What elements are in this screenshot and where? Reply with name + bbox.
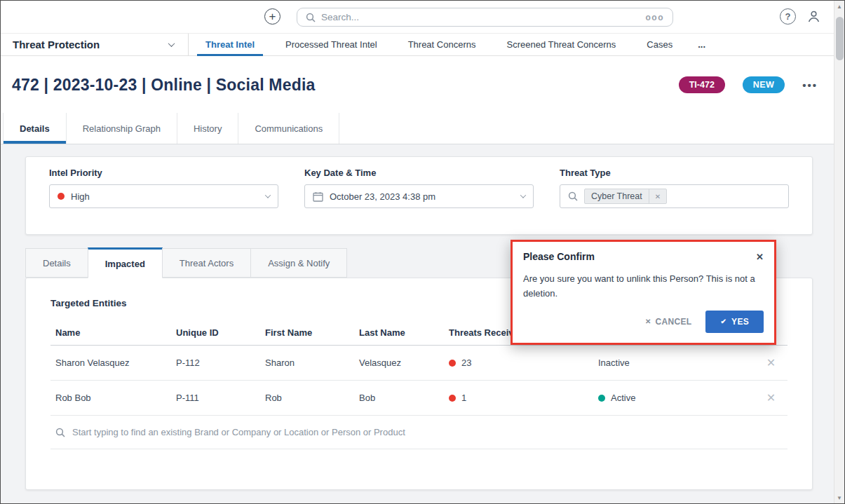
- threat-type-input[interactable]: Cyber Threat ✕: [560, 184, 789, 208]
- app-switcher[interactable]: Threat Protection: [1, 34, 189, 55]
- status-active-dot: [598, 395, 605, 402]
- record-header-right: TI-472 NEW •••: [679, 57, 818, 113]
- threat-type-chip: Cyber Threat ✕: [584, 189, 667, 204]
- intel-form-card: Intel Priority High Key Date & Time: [25, 156, 813, 235]
- nav-tab-processed-threat-intel[interactable]: Processed Threat Intel: [270, 34, 393, 55]
- tab-details[interactable]: Details: [3, 113, 67, 144]
- scroll-down-arrow[interactable]: ▼: [834, 492, 845, 503]
- page-title: 472 | 2023-10-23 | Online | Social Media: [12, 76, 316, 95]
- col-name: Name: [50, 327, 171, 338]
- search-options-icon[interactable]: ooo: [646, 13, 665, 22]
- table-row: Sharon Velasquez P-112 Sharon Velasquez …: [50, 346, 787, 381]
- search-icon: [306, 13, 316, 22]
- subtab-threat-actors[interactable]: Threat Actors: [162, 248, 251, 278]
- cell-status: Inactive: [593, 357, 752, 368]
- threat-count: 23: [461, 357, 471, 368]
- table-row: Rob Bob P-111 Rob Bob 1 Active ✕: [50, 381, 787, 416]
- col-last-name: Last Name: [354, 327, 444, 338]
- help-button[interactable]: ?: [780, 8, 796, 25]
- topbar-right: ?: [780, 8, 821, 25]
- subtab-details[interactable]: Details: [25, 248, 88, 278]
- status-text: Inactive: [598, 357, 630, 368]
- search-icon: [55, 428, 65, 437]
- yes-check-icon: ✔: [720, 318, 726, 325]
- field-key-date: Key Date & Time October 23, 2023 4:38 pm: [304, 168, 534, 224]
- chevron-down-icon: [520, 192, 526, 198]
- record-id-badge: TI-472: [679, 76, 725, 93]
- entity-search-input[interactable]: Start typing to find an existing Brand o…: [50, 416, 787, 449]
- cancel-x-icon: ✕: [645, 318, 651, 325]
- cancel-button[interactable]: ✕ CANCEL: [637, 311, 701, 332]
- cell-name: Rob Bob: [50, 393, 171, 403]
- create-button[interactable]: +: [264, 8, 280, 25]
- unlink-icon[interactable]: ✕: [752, 391, 790, 404]
- threat-count-dot: [449, 395, 456, 402]
- tab-history[interactable]: History: [177, 113, 238, 144]
- intel-priority-value: High: [71, 191, 90, 202]
- dialog-message: Are you sure you want to unlink this Per…: [523, 271, 770, 301]
- tab-relationship-graph[interactable]: Relationship Graph: [67, 113, 177, 144]
- search-icon: [568, 191, 578, 201]
- subtab-assign-notify[interactable]: Assign & Notify: [250, 248, 347, 278]
- yes-label: YES: [731, 317, 749, 327]
- col-unique-id: Unique ID: [171, 327, 260, 338]
- cell-first-name: Rob: [260, 393, 354, 403]
- global-search-input[interactable]: Search... ooo: [297, 8, 673, 27]
- col-first-name: First Name: [260, 327, 354, 338]
- status-text: Active: [611, 393, 635, 403]
- nav-tab-threat-intel[interactable]: Threat Intel: [190, 34, 270, 55]
- intel-priority-label: Intel Priority: [49, 168, 278, 178]
- scroll-up-arrow[interactable]: ▲: [834, 1, 845, 12]
- field-intel-priority: Intel Priority High: [49, 168, 278, 224]
- user-menu-button[interactable]: [806, 9, 821, 24]
- search-placeholder: Search...: [321, 12, 640, 22]
- subtab-impacted[interactable]: Impacted: [88, 247, 163, 278]
- chevron-down-icon: [265, 192, 271, 198]
- status-badge: NEW: [743, 76, 785, 93]
- cell-unique-id: P-112: [171, 357, 260, 368]
- nav-more-button[interactable]: ...: [688, 34, 715, 55]
- key-date-label: Key Date & Time: [304, 168, 534, 178]
- cell-last-name: Velasquez: [354, 357, 444, 368]
- confirm-dialog: Please Confirm ✕ Are you sure you want t…: [511, 240, 776, 345]
- cell-first-name: Sharon: [260, 357, 354, 368]
- cell-unique-id: P-111: [171, 393, 260, 403]
- nav-tab-cases[interactable]: Cases: [631, 34, 688, 55]
- nav-tabs: Threat Intel Processed Threat Intel Thre…: [189, 34, 715, 55]
- app-name: Threat Protection: [13, 39, 100, 50]
- key-date-input[interactable]: October 23, 2023 4:38 pm: [304, 184, 534, 208]
- app-navbar: Threat Protection Threat Intel Processed…: [1, 33, 844, 56]
- calendar-icon: [313, 191, 323, 202]
- nav-tab-threat-concerns[interactable]: Threat Concerns: [393, 34, 492, 55]
- chip-remove-icon[interactable]: ✕: [649, 189, 666, 203]
- dialog-header: Please Confirm ✕: [523, 251, 764, 262]
- scroll-thumb[interactable]: [836, 17, 844, 60]
- threat-type-label: Threat Type: [560, 168, 789, 178]
- scrollbar[interactable]: ▲ ▼: [834, 1, 844, 503]
- yes-button[interactable]: ✔ YES: [705, 311, 764, 333]
- cancel-label: CANCEL: [656, 317, 692, 327]
- unlink-icon[interactable]: ✕: [752, 356, 790, 369]
- threat-count: 1: [461, 393, 466, 403]
- priority-high-dot: [58, 193, 65, 200]
- intel-priority-select[interactable]: High: [49, 184, 278, 208]
- record-more-button[interactable]: •••: [802, 79, 818, 91]
- entity-search-placeholder: Start typing to find an existing Brand o…: [72, 427, 405, 437]
- threat-count-dot: [449, 360, 456, 367]
- cell-threats: 1: [444, 393, 593, 403]
- chevron-down-icon: [168, 40, 175, 47]
- field-threat-type: Threat Type Cyber Threat ✕: [560, 168, 789, 224]
- record-tabs: Details Relationship Graph History Commu…: [1, 113, 844, 144]
- threat-type-chip-label: Cyber Threat: [585, 189, 649, 203]
- key-date-value: October 23, 2023 4:38 pm: [330, 191, 435, 202]
- nav-tab-screened-threat-concerns[interactable]: Screened Threat Concerns: [491, 34, 631, 55]
- app-window: + Search... ooo ? Threat Protection: [0, 0, 845, 504]
- dialog-title: Please Confirm: [523, 251, 595, 262]
- dialog-close-icon[interactable]: ✕: [756, 252, 764, 262]
- cell-status: Active: [593, 393, 752, 403]
- topbar: + Search... ooo ?: [1, 1, 844, 33]
- tab-communications[interactable]: Communications: [238, 113, 339, 144]
- cell-last-name: Bob: [354, 393, 444, 403]
- cell-name: Sharon Velasquez: [50, 357, 171, 368]
- dialog-actions: ✕ CANCEL ✔ YES: [523, 311, 764, 333]
